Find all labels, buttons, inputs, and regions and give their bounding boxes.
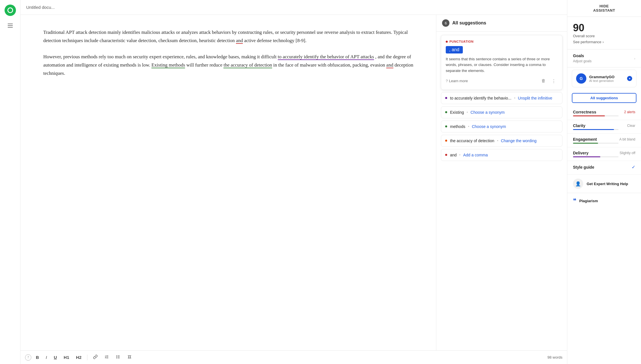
menu-line — [8, 27, 13, 28]
plagiarism-title: Plagiarism — [579, 199, 598, 203]
expert-help-title: Get Expert Writing Help — [587, 182, 628, 186]
h1-button[interactable]: H1 — [61, 354, 71, 361]
suggestion-sep-4 — [459, 154, 460, 155]
suggestion-dot-0 — [445, 97, 447, 99]
svg-point-7 — [116, 357, 117, 357]
all-suggestions-button[interactable]: All suggestions — [572, 93, 636, 103]
left-toolbar — [0, 0, 20, 364]
see-performance-link[interactable]: See performance › — [573, 40, 635, 44]
bold-button[interactable]: B — [34, 354, 41, 361]
suggestion-row-2[interactable]: methods Choose a synonym — [441, 121, 562, 133]
engagement-bar-track — [573, 143, 619, 144]
menu-line — [8, 25, 13, 26]
suggestion-dot-3 — [445, 140, 447, 142]
suggestion-description: It seems that this sentence contains a s… — [446, 56, 558, 74]
suggestion-row-1[interactable]: Existing Choose a synonym — [441, 106, 562, 118]
correctness-alerts: 2 alerts — [624, 110, 635, 114]
suggestion-row-3[interactable]: the accuracy of detection Change the wor… — [441, 135, 562, 147]
suggestion-keyword-0: to accurately identify the behavio... — [450, 96, 511, 100]
engagement-metric[interactable]: Engagement A bit bland — [567, 134, 641, 147]
plagiarism-icon: ❝ — [573, 197, 576, 204]
delivery-metric[interactable]: Delivery Slightly off — [567, 147, 641, 161]
expert-help-icon: 👤 — [573, 179, 583, 189]
suggestion-row-0[interactable]: to accurately identify the behavio... Un… — [441, 92, 562, 104]
more-options-button[interactable]: ⋮ — [550, 77, 558, 85]
suggestion-sep-2 — [468, 126, 469, 127]
paragraph-1: Traditional APT attack detection mainly … — [43, 28, 413, 45]
clarity-bar-track — [573, 129, 619, 130]
learn-more-button[interactable]: ? Learn more — [446, 79, 468, 83]
hide-assistant-button[interactable]: HIDEASSISTANT — [567, 0, 641, 17]
suggestion-action-3: Change the wording — [501, 138, 537, 143]
suggestion-sep-0 — [514, 98, 515, 98]
punctuation-dot — [446, 41, 448, 43]
document-title[interactable]: Untitled docu... — [26, 5, 55, 10]
suggestion-keyword-3: the accuracy of detection — [450, 138, 494, 143]
link-button[interactable] — [91, 353, 100, 361]
bottom-toolbar: ? B I U H1 H2 98 words — [20, 350, 567, 364]
suggestion-action-2: Choose a synonym — [472, 124, 506, 129]
suggestion-dot-4 — [445, 154, 447, 156]
text-editor[interactable]: Traditional APT attack detection mainly … — [20, 15, 436, 350]
goals-item[interactable]: Goals Adjust goals › — [567, 49, 641, 67]
ordered-list-button[interactable] — [102, 353, 111, 361]
grammarly-go-section[interactable]: G GrammarlyGO AI text generation ✦ — [572, 70, 636, 87]
overall-score: 90 — [573, 22, 635, 34]
and-highlight-2: and — [386, 62, 393, 68]
suggestion-row-4[interactable]: and Add a comma — [441, 149, 562, 161]
main-content: Untitled docu... Traditional APT attack … — [20, 0, 567, 364]
correctness-metric[interactable]: Correctness 2 alerts — [567, 106, 641, 120]
clear-format-button[interactable] — [125, 353, 134, 361]
logo-icon — [7, 7, 13, 13]
grammarly-go-title: GrammarlyGO — [589, 75, 615, 79]
correctness-bar-fill — [573, 115, 605, 116]
h2-button[interactable]: H2 — [74, 354, 84, 361]
score-label: Overall score — [573, 34, 635, 38]
unordered-list-button[interactable] — [114, 353, 123, 361]
delivery-bar-fill — [573, 156, 600, 157]
accuracy-link: the accuracy of detection — [223, 62, 272, 68]
menu-button[interactable] — [5, 20, 15, 31]
menu-line — [8, 24, 13, 24]
suggestions-header: 6 All suggestions — [436, 15, 567, 32]
style-guide-metric[interactable]: Style guide ✓ — [567, 161, 641, 175]
clarity-status: Clear — [627, 124, 635, 128]
word-count: 98 words — [547, 355, 562, 359]
metrics-section: Correctness 2 alerts Clarity Clear Engag… — [567, 106, 641, 175]
paragraph-2: However, previous methods rely too much … — [43, 53, 413, 78]
svg-point-8 — [116, 358, 117, 358]
suggestion-keyword-2: methods — [450, 124, 465, 129]
score-section: 90 Overall score See performance › — [567, 17, 641, 49]
suggestion-keyword-1: Existing — [450, 110, 464, 115]
delete-suggestion-button[interactable]: 🗑 — [539, 77, 547, 85]
top-bar: Untitled docu... — [20, 0, 567, 15]
underline-button[interactable]: U — [52, 354, 59, 361]
correctness-bar-track — [573, 115, 619, 116]
suggestion-action-icons: 🗑 ⋮ — [539, 77, 558, 85]
existing-methods-link: Existing methods — [151, 62, 185, 68]
logo-button[interactable] — [5, 5, 16, 16]
suggestion-dot-2 — [445, 125, 447, 127]
suggestions-panel: 6 All suggestions PUNCTUATION , and It s… — [436, 15, 567, 350]
suggestion-keyword-4: and — [450, 153, 457, 157]
style-guide-name: Style guide — [573, 165, 594, 169]
delivery-name: Delivery — [573, 151, 588, 155]
grammarly-go-badge: ✦ — [627, 76, 632, 81]
clarity-bar-fill — [573, 129, 614, 130]
goals-chevron: › — [634, 56, 635, 61]
goals-sub: Adjust goals — [573, 59, 591, 63]
help-button[interactable]: ? — [25, 354, 31, 361]
italic-button[interactable]: I — [44, 354, 49, 361]
suggestions-title: All suggestions — [452, 20, 486, 26]
suggestions-count: 6 — [442, 19, 449, 27]
delivery-status: Slightly off — [620, 151, 635, 155]
suggestion-action-4: Add a comma — [463, 153, 488, 157]
engagement-bar-fill — [573, 143, 598, 144]
expert-help-row[interactable]: 👤 Get Expert Writing Help — [567, 175, 641, 193]
clarity-metric[interactable]: Clarity Clear — [567, 120, 641, 134]
plagiarism-row[interactable]: ❝ Plagiarism — [567, 193, 641, 208]
suggestion-action-0: Unsplit the infinitive — [518, 96, 552, 100]
suggestion-card-punctuation[interactable]: PUNCTUATION , and It seems that this sen… — [441, 35, 562, 90]
suggestion-badge[interactable]: , and — [446, 46, 463, 53]
suggestion-type-label: PUNCTUATION — [446, 40, 558, 43]
